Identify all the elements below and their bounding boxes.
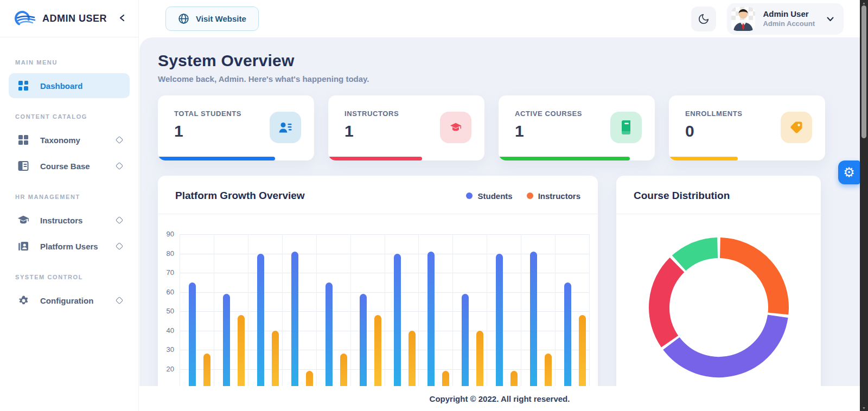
gridline [214, 234, 214, 411]
sidebar-item-taxonomy[interactable]: Taxonomy [9, 127, 130, 152]
sidebar-item-platform-users[interactable]: Platform Users [9, 234, 130, 259]
app-root: ADMIN USER MAIN MENUDashboardCONTENT CAT… [0, 0, 868, 411]
topbar: Visit Website [139, 0, 860, 37]
sidebar-item-label: Course Base [40, 162, 117, 171]
course-distribution-card: Course Distribution [616, 176, 821, 411]
dashboard-grid-icon [17, 80, 29, 92]
copyright-text: Copyright © 2022. All right reserved. [430, 394, 570, 403]
nav-section-label: CONTENT CATALOG [0, 99, 138, 126]
page-subtitle: Welcome back, Admin. Here's what's happe… [158, 74, 860, 84]
stat-card-accent-bar [669, 157, 738, 160]
graduation-cap-icon [17, 214, 29, 226]
page-title: System Overview [158, 52, 860, 70]
chevron-left-icon [119, 14, 125, 22]
sidebar-item-label: Platform Users [40, 242, 117, 251]
graduation-cap-icon [440, 112, 471, 143]
user-card-icon [17, 240, 29, 252]
y-axis-tick: 40 [158, 326, 174, 335]
sidebar-item-label: Instructors [40, 216, 117, 225]
y-axis-tick: 60 [158, 288, 174, 296]
sidebar-item-label: Dashboard [40, 81, 122, 91]
y-axis-tick: 80 [158, 249, 174, 258]
gridline [350, 234, 351, 411]
stat-card-accent-bar [499, 157, 630, 160]
visit-website-label: Visit Website [196, 14, 246, 23]
stat-card-instructors: INSTRUCTORS1 [328, 95, 484, 160]
platform-growth-card: Platform Growth Overview StudentsInstruc… [158, 176, 598, 411]
donut-chart [637, 226, 800, 389]
y-axis-tick: 90 [158, 230, 174, 238]
donut-segment [679, 248, 717, 263]
gridline [521, 234, 521, 411]
expand-diamond-icon [116, 136, 123, 144]
y-axis-tick: 70 [158, 268, 174, 277]
nav-section-label: MAIN MENU [0, 45, 138, 72]
sidebar-item-instructors[interactable]: Instructors [9, 208, 130, 233]
legend-item-instructors[interactable]: Instructors [527, 191, 580, 201]
gridline [282, 234, 283, 411]
profile-name: Admin User [763, 9, 815, 20]
sidebar-item-dashboard[interactable]: Dashboard [9, 73, 130, 98]
vertical-scrollbar[interactable]: ▲ ▼ [860, 0, 868, 411]
expand-diamond-icon [116, 216, 123, 224]
globe-icon [178, 13, 189, 24]
chart-legend: StudentsInstructors [466, 191, 580, 201]
nav-section-label: SYSTEM CONTROL [0, 260, 138, 287]
gridline [180, 234, 180, 411]
gridline [316, 234, 317, 411]
sidebar-nav: MAIN MENUDashboardCONTENT CATALOGTaxonom… [0, 37, 138, 313]
tag-icon [781, 112, 812, 143]
gridline [418, 234, 419, 411]
taxonomy-grid-icon [17, 134, 29, 146]
expand-diamond-icon [116, 162, 123, 170]
user-profile-menu[interactable]: Admin User Admin Account [727, 3, 844, 35]
avatar [731, 7, 755, 31]
dark-mode-toggle[interactable] [691, 7, 716, 31]
logo-text: ADMIN USER [42, 13, 107, 24]
footer: Copyright © 2022. All right reserved. [139, 386, 860, 411]
stat-card-active-courses: ACTIVE COURSES1 [499, 95, 655, 160]
sidebar-collapse-button[interactable] [116, 12, 129, 25]
legend-item-students[interactable]: Students [466, 191, 512, 201]
logo-swirl-icon [14, 10, 36, 27]
students-icon [270, 112, 301, 143]
charts-row: Platform Growth Overview StudentsInstruc… [158, 176, 860, 411]
scroll-down-arrow[interactable]: ▼ [862, 405, 866, 410]
topbar-right: Admin User Admin Account [691, 3, 844, 35]
expand-diamond-icon [116, 297, 123, 304]
y-axis-tick: 20 [158, 365, 174, 373]
profile-text: Admin User Admin Account [763, 9, 815, 28]
platform-growth-title: Platform Growth Overview [175, 190, 305, 202]
scrollbar-thumb[interactable] [861, 5, 866, 138]
gridline [555, 234, 556, 411]
gear-icon [17, 294, 29, 306]
gridline [589, 234, 590, 411]
stat-card-enrollments: ENROLLMENTS0 [669, 95, 825, 160]
visit-website-button[interactable]: Visit Website [165, 7, 259, 31]
settings-fab-button[interactable]: ⚙ [838, 160, 860, 184]
y-axis-tick: 50 [158, 307, 174, 315]
stat-card-total-students: TOTAL STUDENTS1 [158, 95, 314, 160]
profile-role: Admin Account [763, 20, 815, 29]
book-icon [610, 112, 642, 143]
scroll-up-arrow[interactable]: ▲ [862, 0, 866, 5]
stat-card-accent-bar [328, 157, 422, 160]
logo: ADMIN USER [14, 10, 116, 27]
course-distribution-header: Course Distribution [616, 176, 821, 214]
course-base-icon [17, 160, 29, 172]
sidebar-item-course-base[interactable]: Course Base [9, 153, 130, 178]
expand-diamond-icon [116, 242, 123, 250]
chevron-down-icon [827, 14, 834, 24]
stats-row: TOTAL STUDENTS1INSTRUCTORS1ACTIVE COURSE… [158, 95, 825, 160]
sidebar-header: ADMIN USER [0, 0, 138, 37]
gridline [452, 234, 453, 411]
donut-chart-plot[interactable] [616, 214, 821, 389]
bar-chart-plot[interactable]: 9080706050403020 [158, 214, 598, 411]
gear-icon: ⚙ [843, 166, 855, 179]
gridline [487, 234, 487, 411]
legend-label: Students [477, 191, 512, 201]
sidebar-item-configuration[interactable]: Configuration [9, 288, 130, 313]
y-axis-tick: 30 [158, 345, 174, 354]
gridline [385, 234, 385, 411]
donut-segment [659, 265, 677, 342]
